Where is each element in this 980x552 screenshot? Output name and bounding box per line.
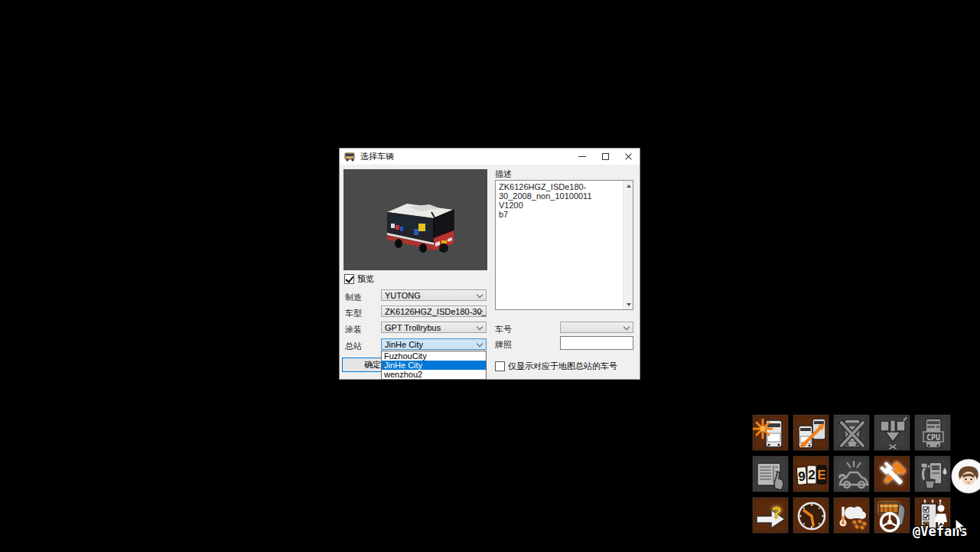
sign-char-9: 9 bbox=[798, 469, 806, 485]
cockpit-icon bbox=[874, 498, 911, 534]
model-value: ZK6126HGZ_ISDe180-30_2008 bbox=[385, 307, 486, 316]
bus-window-icon bbox=[344, 152, 356, 162]
vehicle-number-combobox[interactable] bbox=[560, 322, 633, 333]
dropdown-option-jinhe-city[interactable]: JinHe City bbox=[382, 361, 486, 370]
dialog-title: 选择车辆 bbox=[360, 151, 394, 162]
avatar-sticker: ·· bbox=[951, 459, 980, 494]
manufacturer-value: YUTONG bbox=[385, 291, 421, 300]
sign-char-2: 2 bbox=[808, 468, 815, 482]
scroll-up-button[interactable] bbox=[623, 181, 633, 191]
license-plate-input[interactable] bbox=[560, 336, 633, 350]
preview-checkbox[interactable]: 预览 bbox=[344, 273, 374, 285]
delete-vehicle-icon bbox=[834, 415, 871, 452]
weather-button[interactable] bbox=[833, 497, 870, 534]
minimize-icon bbox=[578, 156, 586, 157]
dropdown-option-fuzhoucity[interactable]: FuzhouCity bbox=[382, 351, 486, 361]
model-combobox[interactable]: ZK6126HGZ_ISDe180-30_2008 bbox=[381, 305, 487, 317]
mouse-cursor bbox=[954, 518, 968, 534]
cpu-label: CPU bbox=[926, 433, 940, 442]
vehicle-number-label: 车号 bbox=[495, 324, 512, 335]
manufacturer-combobox[interactable]: YUTONG bbox=[381, 289, 487, 301]
bus-3d-render bbox=[343, 169, 487, 270]
place-vehicle-button[interactable] bbox=[874, 414, 910, 451]
description-text: ZK6126HGZ_ISDe180-30_2008_non_10100011 V… bbox=[496, 181, 623, 309]
close-button[interactable] bbox=[617, 149, 640, 165]
scroll-down-icon bbox=[627, 303, 631, 306]
titlebar[interactable]: 选择车辆 bbox=[340, 149, 640, 165]
new-vehicle-button[interactable] bbox=[752, 414, 789, 451]
chevron-down-icon bbox=[477, 292, 483, 298]
checkbox-unchecked-icon[interactable] bbox=[495, 361, 505, 371]
refuel-button[interactable] bbox=[914, 456, 951, 492]
select-vehicle-dialog: 选择车辆 bbox=[339, 148, 640, 380]
ai-vehicle-button[interactable]: CPU bbox=[914, 414, 951, 451]
service-call-button[interactable] bbox=[833, 456, 870, 492]
route-help-icon: ? bbox=[753, 498, 790, 534]
route-help-button[interactable]: ? bbox=[752, 497, 789, 534]
depot-label: 总站 bbox=[345, 341, 362, 352]
manufacturer-label: 制造 bbox=[345, 292, 362, 303]
new-vehicle-icon bbox=[753, 415, 790, 452]
minimize-button[interactable] bbox=[571, 149, 594, 165]
livery-combobox[interactable]: GPT Trollrybus bbox=[381, 322, 487, 333]
depot-dropdown-list: FuzhouCity JinHe City wenzhou2 bbox=[381, 351, 487, 380]
livery-value: GPT Trollrybus bbox=[385, 323, 441, 332]
replace-vehicle-button[interactable] bbox=[793, 414, 829, 451]
replace-vehicle-icon bbox=[793, 415, 830, 452]
depot-value: JinHe City bbox=[385, 340, 423, 349]
preview-checkbox-label: 预览 bbox=[357, 273, 374, 285]
clock-button[interactable] bbox=[793, 497, 829, 534]
license-plate-label: 牌照 bbox=[495, 339, 512, 351]
depot-combobox[interactable]: JinHe City bbox=[381, 338, 487, 350]
chevron-down-icon bbox=[477, 341, 483, 347]
dropdown-option-wenzhou2[interactable]: wenzhou2 bbox=[382, 370, 486, 379]
scroll-up-icon bbox=[627, 185, 631, 188]
scroll-down-button[interactable] bbox=[623, 299, 633, 309]
close-icon bbox=[624, 152, 633, 161]
chevron-down-icon bbox=[477, 324, 483, 330]
maximize-icon bbox=[602, 153, 609, 160]
delete-vehicle-button[interactable] bbox=[833, 414, 870, 451]
ai-vehicle-icon: CPU bbox=[915, 415, 952, 452]
chevron-down-icon bbox=[623, 324, 630, 330]
cockpit-button[interactable] bbox=[874, 497, 910, 534]
svg-text:··: ·· bbox=[973, 465, 976, 470]
service-call-icon bbox=[834, 456, 871, 493]
weather-icon bbox=[834, 498, 871, 534]
description-box: ZK6126HGZ_ISDe180-30_2008_non_10100011 V… bbox=[495, 180, 633, 310]
timetable-button[interactable] bbox=[752, 456, 789, 492]
sign-char-E: E bbox=[817, 468, 825, 482]
model-label: 车型 bbox=[345, 308, 362, 319]
game-toolbar: CPU 9 2 E bbox=[752, 414, 951, 534]
place-vehicle-icon bbox=[874, 415, 911, 452]
clock-icon bbox=[793, 498, 830, 534]
checkbox-checked-icon[interactable] bbox=[344, 274, 354, 284]
livery-label: 涂装 bbox=[345, 324, 362, 335]
vehicle-preview-image bbox=[343, 169, 487, 270]
ok-button-label: 确定 bbox=[364, 359, 381, 371]
filter-checkbox[interactable]: 仅显示对应于地图总站的车号 bbox=[495, 361, 617, 372]
timetable-icon bbox=[753, 456, 790, 493]
refuel-icon bbox=[915, 456, 952, 493]
repair-button[interactable] bbox=[874, 456, 910, 492]
question-mark: ? bbox=[771, 503, 781, 522]
destination-sign-icon: 9 2 E bbox=[793, 456, 830, 493]
repair-icon bbox=[874, 456, 911, 493]
description-scrollbar[interactable] bbox=[623, 181, 633, 309]
description-label: 描述 bbox=[495, 168, 512, 180]
filter-checkbox-label: 仅显示对应于地图总站的车号 bbox=[508, 361, 617, 372]
destination-sign-button[interactable]: 9 2 E bbox=[793, 456, 829, 492]
maximize-button[interactable] bbox=[594, 149, 617, 165]
